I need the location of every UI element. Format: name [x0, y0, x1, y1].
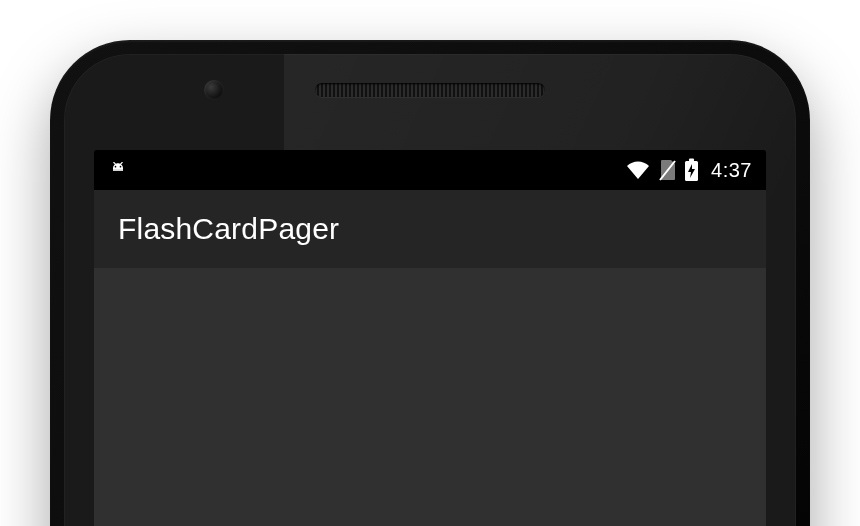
front-camera	[204, 80, 224, 100]
svg-rect-7	[689, 159, 694, 162]
content-area[interactable]	[94, 268, 766, 526]
device-bezel: 4:37 FlashCardPager	[64, 54, 796, 526]
app-title: FlashCardPager	[118, 212, 339, 246]
action-bar: FlashCardPager	[94, 190, 766, 268]
screen: 4:37 FlashCardPager	[94, 150, 766, 526]
device-frame: 4:37 FlashCardPager	[50, 40, 810, 526]
svg-point-1	[120, 166, 122, 168]
svg-line-2	[114, 163, 116, 165]
wifi-icon	[626, 160, 650, 180]
battery-charging-icon	[684, 158, 699, 182]
svg-rect-4	[113, 169, 123, 171]
status-bar-left	[108, 160, 128, 180]
status-bar-right: 4:37	[626, 158, 752, 182]
svg-point-0	[115, 166, 117, 168]
no-sim-icon	[658, 159, 676, 181]
android-debug-icon	[108, 160, 128, 180]
status-bar: 4:37	[94, 150, 766, 190]
status-bar-clock: 4:37	[711, 159, 752, 182]
earpiece-speaker	[315, 83, 545, 97]
svg-line-3	[121, 163, 123, 165]
sensor-row	[64, 72, 796, 108]
